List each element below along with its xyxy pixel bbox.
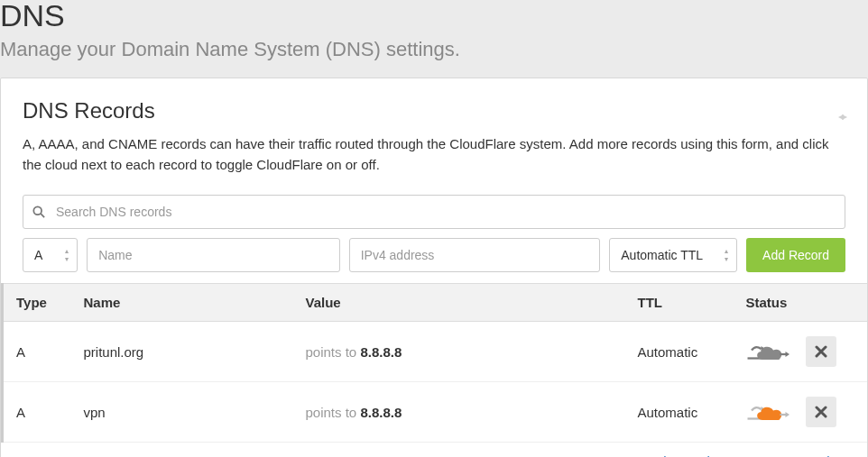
th-value: Value (299, 284, 631, 322)
advanced-link[interactable]: Advanced▸ (650, 453, 718, 457)
cell-ttl: Automatic (631, 382, 739, 443)
th-type: Type (3, 284, 77, 322)
panel-title: DNS Records (23, 98, 155, 123)
panel-footer-links: Advanced▸ API▸ Help▸ (23, 443, 845, 457)
th-status: Status (739, 284, 868, 322)
th-name: Name (77, 284, 299, 322)
add-record-button[interactable]: Add Record (746, 238, 845, 272)
search-wrapper (23, 195, 845, 229)
api-link[interactable]: API▸ (749, 453, 779, 457)
search-icon (32, 206, 45, 218)
delete-record-button[interactable] (806, 336, 836, 367)
table-row: A pritunl.org points to 8.8.8.8 Automati… (3, 322, 868, 382)
cell-type: A (3, 382, 77, 443)
cell-name: pritunl.org (77, 322, 299, 382)
svg-marker-4 (785, 352, 790, 357)
delete-record-button[interactable] (806, 397, 836, 427)
stepper-icon: ▴▾ (717, 242, 734, 269)
record-name-input[interactable] (88, 239, 339, 271)
th-ttl: TTL (631, 284, 739, 322)
cell-value: points to 8.8.8.8 (299, 382, 631, 443)
dns-records-panel: DNS Records ◂▸ A, AAAA, and CNAME record… (0, 78, 868, 457)
ttl-select[interactable]: Automatic TTL ▴▾ (609, 238, 737, 272)
record-value-input[interactable] (350, 239, 600, 271)
cell-ttl: Automatic (631, 322, 739, 382)
record-type-select[interactable]: A ▴▾ (23, 238, 78, 272)
page-subtitle: Manage your Domain Name System (DNS) set… (0, 38, 868, 61)
cell-status (739, 322, 868, 382)
cell-value: points to 8.8.8.8 (299, 322, 631, 382)
stepper-icon: ▴▾ (58, 242, 74, 269)
table-row: A vpn points to 8.8.8.8 Automatic (3, 382, 868, 443)
record-type-value: A (34, 248, 42, 262)
help-link[interactable]: Help▸ (809, 453, 845, 457)
cell-name: vpn (77, 382, 299, 443)
search-input[interactable] (54, 204, 836, 220)
page-title: DNS (0, 0, 868, 31)
ttl-value: Automatic TTL (621, 248, 703, 262)
cell-type: A (3, 322, 77, 382)
cloudflare-toggle-icon[interactable] (746, 401, 790, 423)
cloudflare-toggle-icon[interactable] (746, 341, 790, 362)
svg-point-0 (33, 206, 42, 215)
panel-collapse-icon[interactable]: ◂▸ (838, 110, 845, 123)
panel-description: A, AAAA, and CNAME records can have thei… (23, 134, 845, 175)
dns-records-table: Type Name Value TTL Status A pritunl.org… (1, 283, 867, 443)
cell-status (739, 382, 868, 443)
svg-marker-7 (785, 412, 790, 417)
svg-line-1 (41, 214, 44, 217)
